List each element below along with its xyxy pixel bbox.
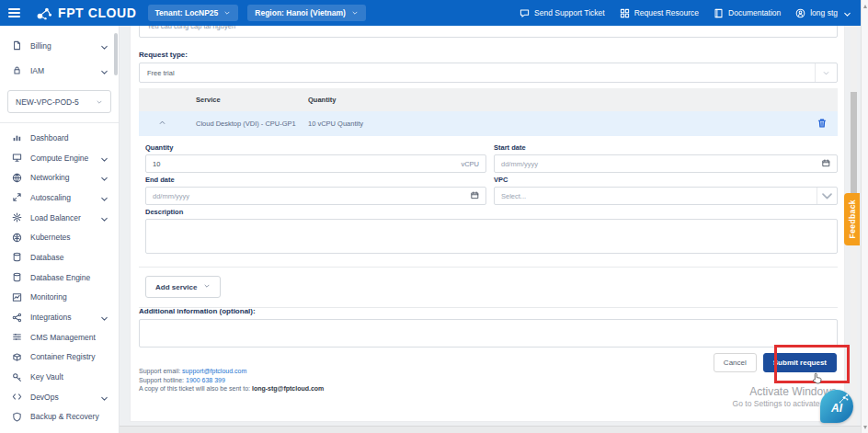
quantity-unit: vCPU	[461, 160, 479, 168]
chevron-down-icon	[99, 214, 107, 222]
chevron-down-icon	[842, 9, 850, 17]
sidebar-item-kubernetes[interactable]: Kubernetes	[0, 227, 119, 247]
molecule-icon	[35, 6, 53, 21]
chevron-down-icon	[817, 188, 837, 204]
request-title-input[interactable]: Yeu cau cung cap tai nguyen	[139, 26, 838, 38]
service-table: Service Quantity Cloud Desktop (VDI) - C…	[139, 88, 838, 308]
additional-info-label: Additional information (optional):	[139, 307, 256, 315]
column-quantity: Quantity	[308, 96, 806, 104]
delete-service-button[interactable]	[806, 118, 838, 131]
window-scrollbar[interactable]	[861, 0, 868, 433]
sidebar-item-label: DevOps	[30, 393, 59, 402]
sidebar-item-autoscaling[interactable]: Autoscaling	[0, 188, 119, 208]
sidebar-item-backup-recovery[interactable]: Backup & Recovery	[0, 407, 119, 427]
chevron-up-icon	[158, 119, 166, 129]
vpc-label: VPC	[494, 176, 838, 184]
scroll-up-arrow[interactable]	[863, 5, 867, 8]
documentation[interactable]: Documentation	[714, 8, 781, 18]
description-textarea[interactable]	[145, 219, 838, 254]
sidebar-item-networking[interactable]: Networking	[0, 167, 119, 188]
user-menu[interactable]: long stg	[795, 8, 850, 18]
chevron-down-icon	[99, 393, 107, 401]
vpc-selector[interactable]: NEW-VPC-POD-5	[7, 90, 111, 113]
tenant-selector[interactable]: Tenant: LocNP25	[148, 5, 239, 21]
loadbalancer-icon	[12, 212, 22, 222]
hamburger-menu-icon[interactable]	[0, 0, 28, 26]
sidebar-item-label: Integrations	[30, 313, 71, 322]
sidebar: BillingIAM NEW-VPC-POD-5 DashboardComput…	[0, 26, 120, 433]
add-service-button[interactable]: Add service	[145, 276, 221, 298]
compute-icon	[12, 153, 22, 163]
cancel-button[interactable]: Cancel	[714, 353, 757, 372]
feedback-tab[interactable]: Feedback	[844, 193, 860, 245]
end-date-input[interactable]: dd/mm/yyyy	[145, 187, 486, 205]
cursor-pointer-icon	[811, 372, 823, 385]
column-service: Service	[196, 96, 308, 104]
nav-label: long stg	[810, 8, 838, 17]
kubernetes-icon	[12, 233, 22, 243]
grid-icon	[620, 8, 630, 18]
support-email-link[interactable]: support@fptcloud.com	[182, 368, 246, 374]
quantity-label: Quantity	[145, 143, 486, 152]
service-name: Cloud Desktop (VDI) - CPU-GP1	[196, 120, 308, 128]
sidebar-item-compute-engine[interactable]: Compute Engine	[0, 148, 119, 168]
table-row[interactable]: Cloud Desktop (VDI) - CPU-GP1 10 vCPU Qu…	[139, 111, 838, 136]
chevron-down-icon	[203, 282, 211, 291]
monitoring-icon	[12, 292, 22, 302]
sidebar-item-label: Key Vault	[30, 372, 63, 382]
request-type-select[interactable]: Free trial	[139, 63, 838, 83]
request-type-label: Request type:	[139, 51, 188, 59]
sidebar-item-integrations[interactable]: Integrations	[0, 307, 119, 327]
sidebar-item-monitoring[interactable]: Monitoring	[0, 288, 119, 308]
start-date-input[interactable]: dd/mm/yyyy	[494, 154, 838, 173]
sidebar-item-label: Billing	[30, 41, 51, 51]
sidebar-item-database[interactable]: Database	[0, 247, 119, 268]
collapse-row-button[interactable]	[139, 119, 196, 129]
iam-icon	[12, 65, 22, 75]
sidebar-item-database-engine[interactable]: Database Engine	[0, 268, 119, 288]
region-selector[interactable]: Region: Hanoi (Vietnam)	[247, 5, 366, 21]
sidebar-item-label: Monitoring	[30, 292, 67, 302]
sidebar-scrollbar[interactable]	[114, 31, 118, 427]
sidebar-item-label: Database	[30, 253, 63, 262]
service-detail-form: Quantity 10 vCPU Start date dd/mm/yyyy E…	[139, 136, 838, 262]
send-support-ticket[interactable]: Send Support Ticket	[520, 8, 605, 18]
registry-icon	[12, 352, 22, 362]
sidebar-item-label: Autoscaling	[30, 193, 71, 202]
nav-label: Request Resource	[634, 8, 699, 17]
sidebar-item-load-balancer[interactable]: Load Balancer	[0, 208, 119, 228]
sidebar-item-cms-management[interactable]: CMS Management	[0, 327, 119, 348]
request-resource[interactable]: Request Resource	[620, 8, 699, 18]
cms-icon	[12, 332, 22, 342]
fpt-cloud-logo[interactable]: FPT CLOUD	[35, 6, 137, 21]
sidebar-item-label: Load Balancer	[30, 213, 81, 222]
divider	[139, 267, 838, 268]
quantity-input[interactable]: 10 vCPU	[145, 154, 486, 173]
sidebar-item-iam[interactable]: IAM	[0, 58, 119, 83]
sidebar-item-key-vault[interactable]: Key Vault	[0, 367, 119, 387]
sidebar-item-billing[interactable]: Billing	[0, 33, 119, 58]
trash-icon	[817, 118, 828, 131]
chevron-down-icon	[99, 174, 107, 181]
calendar-icon[interactable]	[471, 191, 479, 201]
autoscaling-icon	[12, 192, 22, 202]
nav-label: Documentation	[728, 8, 781, 17]
sidebar-item-dashboard[interactable]: Dashboard	[0, 128, 119, 148]
support-hotline-link[interactable]: 1900 638 399	[186, 377, 225, 383]
sidebar-item-container-registry[interactable]: Container Registry	[0, 348, 119, 368]
book-icon	[714, 8, 724, 18]
vpc-select[interactable]: Select...	[494, 187, 838, 205]
sidebar-item-label: Compute Engine	[30, 154, 88, 163]
scroll-down-arrow[interactable]	[863, 426, 867, 429]
chevron-down-icon	[99, 42, 107, 50]
additional-info-textarea[interactable]	[139, 319, 838, 348]
ai-assistant-widget[interactable]: AI	[820, 390, 853, 423]
backup-icon	[12, 412, 22, 422]
integrations-icon	[12, 313, 22, 323]
sidebar-item-devops[interactable]: DevOps	[0, 387, 119, 407]
network-icon	[12, 173, 22, 183]
calendar-icon[interactable]	[822, 159, 830, 169]
top-header: FPT CLOUD Tenant: LocNP25 Region: Hanoi …	[0, 0, 861, 26]
database-icon	[12, 252, 22, 262]
header-nav: Send Support TicketRequest ResourceDocum…	[520, 8, 861, 18]
